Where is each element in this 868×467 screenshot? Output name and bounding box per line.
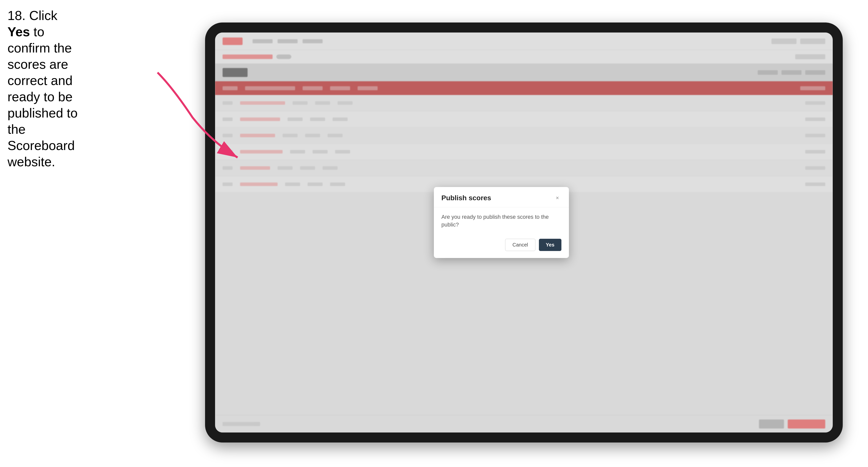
- step-number: 18.: [7, 8, 26, 23]
- cancel-button[interactable]: Cancel: [505, 239, 535, 251]
- dialog-message: Are you ready to publish these scores to…: [441, 213, 561, 229]
- dialog-action-buttons: Cancel Yes: [434, 235, 569, 258]
- instruction-text: 18. Click Yes to confirm the scores are …: [7, 7, 80, 170]
- yes-button[interactable]: Yes: [539, 239, 561, 251]
- dialog-header: Publish scores ×: [434, 187, 569, 207]
- instruction-suffix: to confirm the scores are correct and re…: [7, 25, 78, 169]
- dialog-title: Publish scores: [441, 194, 491, 202]
- tablet-device: Publish scores × Are you ready to publis…: [205, 23, 843, 442]
- tablet-screen: Publish scores × Are you ready to publis…: [215, 32, 833, 433]
- instruction-bold: Yes: [7, 25, 30, 39]
- publish-scores-dialog: Publish scores × Are you ready to publis…: [434, 187, 569, 258]
- dialog-close-button[interactable]: ×: [553, 194, 561, 202]
- dialog-body: Are you ready to publish these scores to…: [434, 207, 569, 235]
- instruction-prefix: Click: [29, 8, 58, 23]
- dialog-overlay: Publish scores × Are you ready to publis…: [215, 32, 833, 433]
